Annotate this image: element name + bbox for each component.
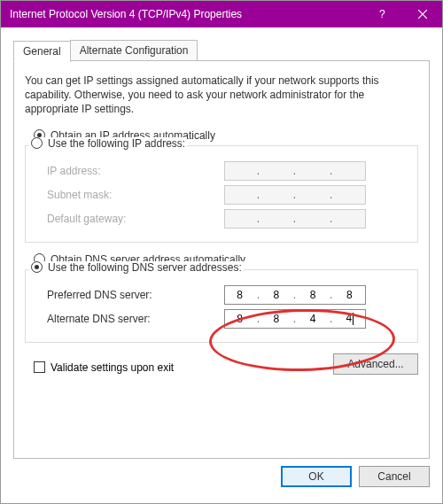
- ip-octet: 8: [226, 313, 254, 325]
- intro-text: You can get IP settings assigned automat…: [25, 74, 418, 117]
- checkbox-icon: [34, 361, 45, 373]
- alternate-dns-row: Alternate DNS server: 8. 8. 4. 4: [35, 309, 408, 329]
- ip-manual-radio[interactable]: Use the following IP address:: [29, 137, 187, 150]
- ip-address-input: . . .: [224, 161, 366, 181]
- validate-checkbox[interactable]: Validate settings upon exit: [34, 361, 174, 374]
- dns-manual-label: Use the following DNS server addresses:: [48, 261, 242, 274]
- tab-general[interactable]: General: [13, 41, 71, 62]
- help-button[interactable]: ?: [362, 1, 402, 27]
- tab-alternate[interactable]: Alternate Configuration: [70, 40, 198, 60]
- cancel-button[interactable]: Cancel: [359, 466, 430, 487]
- radio-icon: [31, 137, 43, 149]
- titlebar: Internet Protocol Version 4 (TCP/IPv4) P…: [1, 1, 442, 27]
- advanced-button[interactable]: Advanced...: [333, 353, 418, 375]
- ip-octet: 4: [336, 312, 364, 325]
- gateway-row: Default gateway: . . .: [35, 209, 408, 229]
- alternate-dns-label: Alternate DNS server:: [47, 313, 224, 325]
- ip-address-label: IP address:: [47, 165, 224, 177]
- subnet-label: Subnet mask:: [47, 189, 224, 201]
- window-title: Internet Protocol Version 4 (TCP/IPv4) P…: [10, 8, 362, 20]
- alternate-dns-input[interactable]: 8. 8. 4. 4: [224, 309, 366, 329]
- text-caret: [353, 313, 354, 325]
- ip-octet: 8: [262, 313, 291, 325]
- ip-octet: 8: [299, 289, 328, 301]
- ip-octet: 8: [336, 289, 364, 301]
- dialog-content: General Alternate Configuration You can …: [1, 27, 442, 496]
- dns-manual-radio[interactable]: Use the following DNS server addresses:: [29, 261, 244, 274]
- bottom-options: Validate settings upon exit Advanced...: [25, 353, 418, 375]
- tab-strip: General Alternate Configuration: [13, 40, 430, 60]
- preferred-dns-label: Preferred DNS server:: [47, 289, 224, 301]
- preferred-dns-row: Preferred DNS server: 8. 8. 8. 8: [35, 285, 408, 305]
- ok-button[interactable]: OK: [281, 466, 352, 487]
- ip-octet: 4: [299, 313, 328, 325]
- preferred-dns-input[interactable]: 8. 8. 8. 8: [224, 285, 366, 305]
- dns-manual-group: Use the following DNS server addresses: …: [25, 269, 418, 343]
- subnet-row: Subnet mask: . . .: [35, 185, 408, 205]
- validate-label: Validate settings upon exit: [51, 361, 174, 374]
- subnet-input: . . .: [224, 185, 366, 205]
- close-button[interactable]: [402, 1, 442, 27]
- svg-text:?: ?: [379, 10, 385, 19]
- ip-octet: 8: [262, 289, 291, 301]
- gateway-input: . . .: [224, 209, 366, 229]
- ip-manual-label: Use the following IP address:: [48, 137, 185, 150]
- tab-panel-general: You can get IP settings assigned automat…: [13, 60, 430, 459]
- ip-octet: 8: [226, 289, 254, 301]
- ip-manual-group: Use the following IP address: IP address…: [25, 145, 418, 243]
- gateway-label: Default gateway:: [47, 213, 224, 225]
- dialog-buttons: OK Cancel: [13, 466, 430, 487]
- ip-address-row: IP address: . . .: [35, 161, 408, 181]
- radio-icon: [31, 261, 43, 273]
